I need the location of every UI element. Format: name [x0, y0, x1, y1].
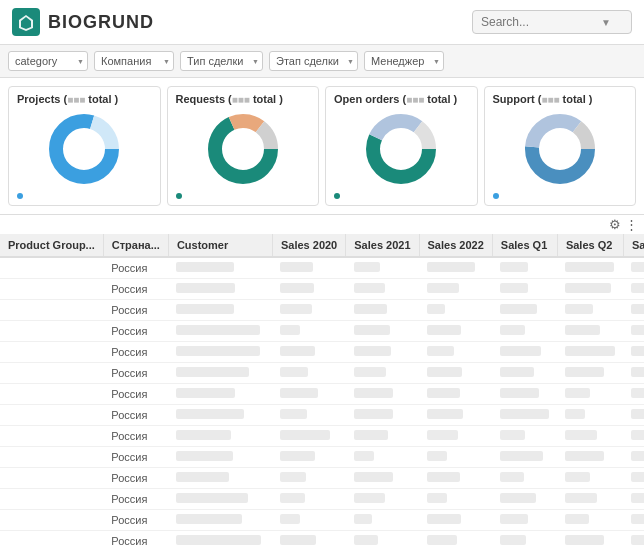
card-requests: Requests (■■■ total ) [167, 86, 320, 206]
filter-manager[interactable]: Менеджер [364, 51, 444, 71]
logo-icon [12, 8, 40, 36]
search-bar[interactable]: ▼ [472, 10, 632, 34]
table-cell [346, 405, 419, 426]
table-cell [557, 405, 623, 426]
table-cell [0, 279, 103, 300]
card-projects: Projects (■■■ total ) [8, 86, 161, 206]
table-cell [168, 468, 272, 489]
table-cell [168, 342, 272, 363]
table-cell [623, 384, 644, 405]
deal-stage-select[interactable]: Этап сделки [269, 51, 358, 71]
filter-icon[interactable]: ⚙ [609, 217, 621, 232]
table-row: Россия [0, 405, 644, 426]
table-cell [272, 531, 345, 550]
table-cell [346, 447, 419, 468]
table-cell [0, 257, 103, 279]
table-cell [623, 510, 644, 531]
table-cell [346, 257, 419, 279]
col-product-group[interactable]: Product Group... [0, 234, 103, 257]
table-row: Россия [0, 342, 644, 363]
table-cell [492, 321, 557, 342]
table-cell [346, 300, 419, 321]
table-cell: Россия [103, 300, 168, 321]
table-cell [419, 257, 492, 279]
table-cell [346, 384, 419, 405]
table-cell [272, 321, 345, 342]
table-cell [623, 342, 644, 363]
table-cell [272, 405, 345, 426]
table-row: Россия [0, 384, 644, 405]
table-row: Россия [0, 510, 644, 531]
table-cell [557, 468, 623, 489]
table-cell [0, 321, 103, 342]
table-row: Россия [0, 468, 644, 489]
table-cell [168, 531, 272, 550]
table-cell [419, 321, 492, 342]
table-cell [492, 447, 557, 468]
table-cell [623, 489, 644, 510]
table-area: ⚙ ⋮ Product Group... Страна... Customer … [0, 215, 644, 549]
donut-projects [17, 109, 152, 189]
col-sales-2020[interactable]: Sales 2020 [272, 234, 345, 257]
table-row: Россия [0, 321, 644, 342]
col-sales-q1[interactable]: Sales Q1 [492, 234, 557, 257]
table-row: Россия [0, 300, 644, 321]
table-cell [346, 510, 419, 531]
table-cell [557, 321, 623, 342]
table-cell [168, 510, 272, 531]
manager-select[interactable]: Менеджер [364, 51, 444, 71]
table-cell [492, 531, 557, 550]
table-cell [272, 426, 345, 447]
table-cell [272, 279, 345, 300]
card-support: Support (■■■ total ) [484, 86, 637, 206]
table-cell [419, 426, 492, 447]
table-cell [492, 468, 557, 489]
deal-type-select[interactable]: Тип сделки [180, 51, 263, 71]
table-cell [346, 279, 419, 300]
table-cell: Россия [103, 342, 168, 363]
table-cell [272, 257, 345, 279]
filter-deal-stage[interactable]: Этап сделки [269, 51, 358, 71]
svg-point-8 [227, 133, 259, 165]
table-cell [272, 384, 345, 405]
category-select[interactable]: category [8, 51, 88, 71]
more-icon[interactable]: ⋮ [625, 217, 638, 232]
col-country[interactable]: Страна... [103, 234, 168, 257]
table-cell [346, 363, 419, 384]
search-input[interactable] [481, 15, 601, 29]
table-cell: Россия [103, 447, 168, 468]
table-cell [492, 300, 557, 321]
col-sales-2021[interactable]: Sales 2021 [346, 234, 419, 257]
data-table: Product Group... Страна... Customer Sale… [0, 234, 644, 549]
table-cell [168, 426, 272, 447]
donut-requests [176, 109, 311, 189]
card-support-dot [493, 193, 499, 199]
col-sales-q2[interactable]: Sales Q2 [557, 234, 623, 257]
table-cell [492, 279, 557, 300]
table-cell: Россия [103, 468, 168, 489]
table-cell [623, 531, 644, 550]
filter-category[interactable]: category [8, 51, 88, 71]
table-cell [557, 342, 623, 363]
table-cell: Россия [103, 405, 168, 426]
filter-company[interactable]: Компания [94, 51, 174, 71]
table-cell [272, 363, 345, 384]
table-cell [557, 531, 623, 550]
col-customer[interactable]: Customer [168, 234, 272, 257]
table-row: Россия [0, 426, 644, 447]
donut-support [493, 109, 628, 189]
card-projects-dot [17, 193, 23, 199]
company-select[interactable]: Компания [94, 51, 174, 71]
col-sales-q3[interactable]: Sales Q3 [623, 234, 644, 257]
card-support-title: Support (■■■ total ) [493, 93, 628, 105]
table-cell [557, 426, 623, 447]
chevron-down-icon[interactable]: ▼ [601, 17, 611, 28]
table-cell [557, 363, 623, 384]
col-sales-2022[interactable]: Sales 2022 [419, 234, 492, 257]
filter-deal-type[interactable]: Тип сделки [180, 51, 263, 71]
table-cell [492, 405, 557, 426]
card-requests-dot [176, 193, 182, 199]
table-cell [346, 426, 419, 447]
table-cell [419, 468, 492, 489]
table-cell [168, 384, 272, 405]
